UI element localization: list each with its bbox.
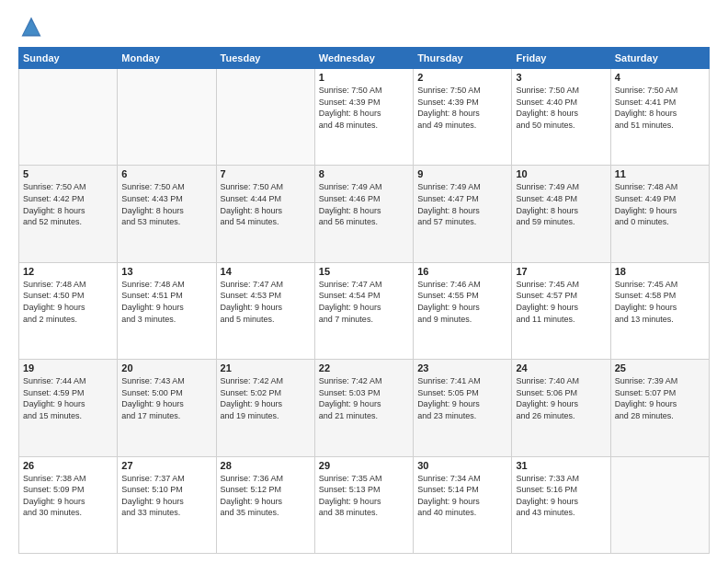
weekday-wednesday: Wednesday bbox=[314, 48, 413, 69]
header bbox=[18, 14, 710, 40]
day-info: Sunrise: 7:34 AM Sunset: 5:14 PM Dayligh… bbox=[417, 473, 507, 519]
week-row-2: 5Sunrise: 7:50 AM Sunset: 4:42 PM Daylig… bbox=[19, 166, 710, 262]
calendar-cell: 30Sunrise: 7:34 AM Sunset: 5:14 PM Dayli… bbox=[414, 456, 512, 553]
day-number: 4 bbox=[615, 72, 705, 83]
day-number: 6 bbox=[121, 168, 211, 179]
logo-icon bbox=[18, 14, 44, 40]
day-number: 19 bbox=[23, 362, 113, 373]
calendar-cell: 29Sunrise: 7:35 AM Sunset: 5:13 PM Dayli… bbox=[314, 456, 413, 553]
weekday-header-row: SundayMondayTuesdayWednesdayThursdayFrid… bbox=[19, 48, 710, 69]
calendar-cell: 28Sunrise: 7:36 AM Sunset: 5:12 PM Dayli… bbox=[216, 456, 314, 553]
day-info: Sunrise: 7:50 AM Sunset: 4:43 PM Dayligh… bbox=[121, 181, 211, 227]
day-number: 27 bbox=[121, 460, 211, 471]
day-number: 25 bbox=[615, 362, 705, 373]
day-number: 31 bbox=[516, 460, 606, 471]
calendar-cell: 1Sunrise: 7:50 AM Sunset: 4:39 PM Daylig… bbox=[314, 69, 413, 166]
day-number: 2 bbox=[417, 72, 507, 83]
day-number: 12 bbox=[23, 266, 113, 277]
day-number: 3 bbox=[516, 72, 606, 83]
day-number: 23 bbox=[417, 362, 507, 373]
day-info: Sunrise: 7:49 AM Sunset: 4:46 PM Dayligh… bbox=[319, 181, 409, 227]
calendar-cell: 20Sunrise: 7:43 AM Sunset: 5:00 PM Dayli… bbox=[118, 360, 216, 456]
calendar-cell bbox=[610, 456, 709, 553]
day-info: Sunrise: 7:49 AM Sunset: 4:48 PM Dayligh… bbox=[516, 181, 606, 227]
day-info: Sunrise: 7:44 AM Sunset: 4:59 PM Dayligh… bbox=[23, 375, 113, 421]
day-number: 10 bbox=[516, 168, 606, 179]
day-info: Sunrise: 7:50 AM Sunset: 4:42 PM Dayligh… bbox=[23, 181, 113, 227]
day-info: Sunrise: 7:48 AM Sunset: 4:50 PM Dayligh… bbox=[23, 279, 113, 325]
day-info: Sunrise: 7:45 AM Sunset: 4:57 PM Dayligh… bbox=[516, 279, 606, 325]
calendar-cell: 23Sunrise: 7:41 AM Sunset: 5:05 PM Dayli… bbox=[414, 360, 512, 456]
calendar-cell: 27Sunrise: 7:37 AM Sunset: 5:10 PM Dayli… bbox=[118, 456, 216, 553]
calendar-cell: 24Sunrise: 7:40 AM Sunset: 5:06 PM Dayli… bbox=[512, 360, 610, 456]
day-number: 13 bbox=[121, 266, 211, 277]
week-row-4: 19Sunrise: 7:44 AM Sunset: 4:59 PM Dayli… bbox=[19, 360, 710, 456]
day-info: Sunrise: 7:33 AM Sunset: 5:16 PM Dayligh… bbox=[516, 473, 606, 519]
day-info: Sunrise: 7:37 AM Sunset: 5:10 PM Dayligh… bbox=[121, 473, 211, 519]
calendar-cell: 22Sunrise: 7:42 AM Sunset: 5:03 PM Dayli… bbox=[314, 360, 413, 456]
day-info: Sunrise: 7:41 AM Sunset: 5:05 PM Dayligh… bbox=[417, 375, 507, 421]
day-number: 16 bbox=[417, 266, 507, 277]
day-info: Sunrise: 7:47 AM Sunset: 4:53 PM Dayligh… bbox=[221, 279, 311, 325]
day-info: Sunrise: 7:50 AM Sunset: 4:40 PM Dayligh… bbox=[516, 85, 606, 131]
day-info: Sunrise: 7:39 AM Sunset: 5:07 PM Dayligh… bbox=[615, 375, 705, 421]
calendar-cell: 18Sunrise: 7:45 AM Sunset: 4:58 PM Dayli… bbox=[610, 262, 709, 359]
day-number: 8 bbox=[319, 168, 409, 179]
calendar-cell: 6Sunrise: 7:50 AM Sunset: 4:43 PM Daylig… bbox=[118, 166, 216, 262]
day-info: Sunrise: 7:47 AM Sunset: 4:54 PM Dayligh… bbox=[319, 279, 409, 325]
day-number: 26 bbox=[23, 460, 113, 471]
day-number: 30 bbox=[417, 460, 507, 471]
calendar-cell: 31Sunrise: 7:33 AM Sunset: 5:16 PM Dayli… bbox=[512, 456, 610, 553]
day-info: Sunrise: 7:50 AM Sunset: 4:44 PM Dayligh… bbox=[221, 181, 311, 227]
calendar-cell: 21Sunrise: 7:42 AM Sunset: 5:02 PM Dayli… bbox=[216, 360, 314, 456]
weekday-thursday: Thursday bbox=[414, 48, 512, 69]
calendar-cell: 12Sunrise: 7:48 AM Sunset: 4:50 PM Dayli… bbox=[19, 262, 118, 359]
day-info: Sunrise: 7:38 AM Sunset: 5:09 PM Dayligh… bbox=[23, 473, 113, 519]
day-number: 29 bbox=[319, 460, 409, 471]
day-number: 28 bbox=[221, 460, 311, 471]
day-number: 17 bbox=[516, 266, 606, 277]
weekday-monday: Monday bbox=[118, 48, 216, 69]
day-info: Sunrise: 7:48 AM Sunset: 4:49 PM Dayligh… bbox=[615, 181, 705, 227]
day-info: Sunrise: 7:46 AM Sunset: 4:55 PM Dayligh… bbox=[417, 279, 507, 325]
day-info: Sunrise: 7:50 AM Sunset: 4:39 PM Dayligh… bbox=[319, 85, 409, 131]
page: SundayMondayTuesdayWednesdayThursdayFrid… bbox=[0, 0, 728, 563]
day-number: 1 bbox=[319, 72, 409, 83]
calendar-cell: 17Sunrise: 7:45 AM Sunset: 4:57 PM Dayli… bbox=[512, 262, 610, 359]
weekday-sunday: Sunday bbox=[19, 48, 118, 69]
day-number: 24 bbox=[516, 362, 606, 373]
weekday-friday: Friday bbox=[512, 48, 610, 69]
calendar-cell: 4Sunrise: 7:50 AM Sunset: 4:41 PM Daylig… bbox=[610, 69, 709, 166]
day-info: Sunrise: 7:40 AM Sunset: 5:06 PM Dayligh… bbox=[516, 375, 606, 421]
calendar-table: SundayMondayTuesdayWednesdayThursdayFrid… bbox=[18, 47, 710, 554]
calendar-cell: 25Sunrise: 7:39 AM Sunset: 5:07 PM Dayli… bbox=[610, 360, 709, 456]
day-info: Sunrise: 7:42 AM Sunset: 5:02 PM Dayligh… bbox=[221, 375, 311, 421]
logo bbox=[18, 14, 48, 40]
week-row-3: 12Sunrise: 7:48 AM Sunset: 4:50 PM Dayli… bbox=[19, 262, 710, 359]
calendar-cell: 2Sunrise: 7:50 AM Sunset: 4:39 PM Daylig… bbox=[414, 69, 512, 166]
week-row-5: 26Sunrise: 7:38 AM Sunset: 5:09 PM Dayli… bbox=[19, 456, 710, 553]
day-number: 22 bbox=[319, 362, 409, 373]
day-number: 20 bbox=[121, 362, 211, 373]
day-number: 9 bbox=[417, 168, 507, 179]
week-row-1: 1Sunrise: 7:50 AM Sunset: 4:39 PM Daylig… bbox=[19, 69, 710, 166]
day-info: Sunrise: 7:45 AM Sunset: 4:58 PM Dayligh… bbox=[615, 279, 705, 325]
day-info: Sunrise: 7:50 AM Sunset: 4:41 PM Dayligh… bbox=[615, 85, 705, 131]
day-number: 21 bbox=[221, 362, 311, 373]
day-number: 14 bbox=[221, 266, 311, 277]
calendar-cell: 15Sunrise: 7:47 AM Sunset: 4:54 PM Dayli… bbox=[314, 262, 413, 359]
day-info: Sunrise: 7:42 AM Sunset: 5:03 PM Dayligh… bbox=[319, 375, 409, 421]
day-info: Sunrise: 7:36 AM Sunset: 5:12 PM Dayligh… bbox=[221, 473, 311, 519]
calendar-cell: 8Sunrise: 7:49 AM Sunset: 4:46 PM Daylig… bbox=[314, 166, 413, 262]
calendar-cell: 19Sunrise: 7:44 AM Sunset: 4:59 PM Dayli… bbox=[19, 360, 118, 456]
calendar-cell: 11Sunrise: 7:48 AM Sunset: 4:49 PM Dayli… bbox=[610, 166, 709, 262]
calendar-cell: 9Sunrise: 7:49 AM Sunset: 4:47 PM Daylig… bbox=[414, 166, 512, 262]
day-info: Sunrise: 7:49 AM Sunset: 4:47 PM Dayligh… bbox=[417, 181, 507, 227]
calendar-cell bbox=[19, 69, 118, 166]
day-number: 18 bbox=[615, 266, 705, 277]
calendar-cell: 16Sunrise: 7:46 AM Sunset: 4:55 PM Dayli… bbox=[414, 262, 512, 359]
weekday-tuesday: Tuesday bbox=[216, 48, 314, 69]
calendar-cell: 14Sunrise: 7:47 AM Sunset: 4:53 PM Dayli… bbox=[216, 262, 314, 359]
calendar-cell: 26Sunrise: 7:38 AM Sunset: 5:09 PM Dayli… bbox=[19, 456, 118, 553]
calendar-cell: 7Sunrise: 7:50 AM Sunset: 4:44 PM Daylig… bbox=[216, 166, 314, 262]
